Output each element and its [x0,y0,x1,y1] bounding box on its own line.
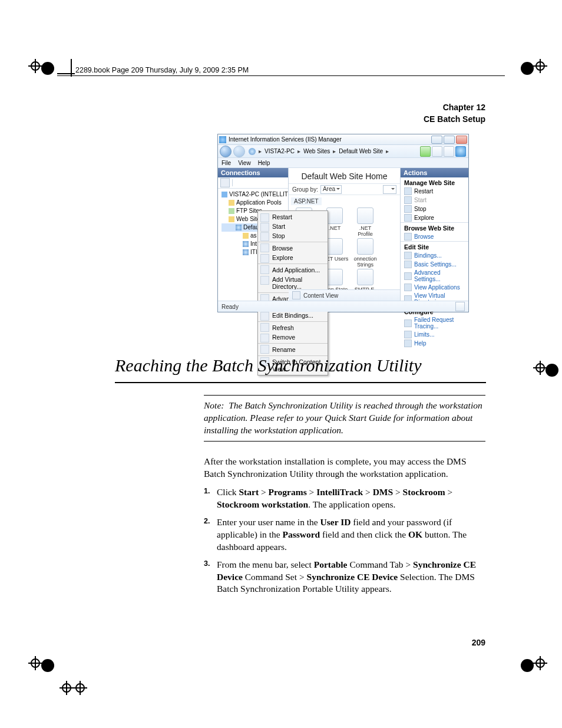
content-view-tab[interactable]: Content View [289,289,400,301]
help-icon[interactable] [455,146,466,157]
breadcrumb[interactable]: ▸ VISTA2-PC▸ Web Sites▸ Default Web Site… [249,148,389,155]
feature-icon [357,207,373,224]
context-menu-item[interactable]: Rename [258,343,328,354]
context-menu-item[interactable]: Browse [258,242,328,253]
feature-icon [357,238,373,255]
context-menu-item[interactable]: Add Virtual Directory... [258,275,328,291]
toolbar-icon[interactable] [432,146,442,157]
content-view-icon [292,291,300,299]
actions-item[interactable]: Failed Request Tracing... [401,316,468,330]
feature-title: Default Web Site Home [289,168,400,183]
group-by-dropdown[interactable]: Area [320,185,342,194]
actions-item[interactable]: Start [401,196,468,205]
menu-bar: File View Help [218,158,468,168]
menu-item-icon [260,254,269,263]
actions-item[interactable]: Explore [401,213,468,222]
menu-item-icon [260,265,269,274]
crop-mark [28,656,42,670]
chapter-title: CE Batch Setup [424,114,485,126]
crop-dot [41,62,54,75]
actions-item[interactable]: Basic Settings... [401,260,468,269]
action-icon [404,205,412,213]
crop-rule [57,75,505,76]
action-icon [404,187,412,195]
window-titlebar: Internet Information Services (IIS) Mana… [218,134,468,145]
breadcrumb-item[interactable]: Web Sites [303,148,330,154]
connections-header: Connections [218,168,288,177]
context-menu-item[interactable]: Stop [258,231,328,241]
crop-dot [521,659,534,672]
action-icon [404,261,412,268]
crop-dot [41,659,54,672]
page-number: 209 [472,638,485,647]
nav-bar: ▸ VISTA2-PC▸ Web Sites▸ Default Web Site… [218,145,468,158]
note-rule-top [204,395,485,396]
context-menu-item[interactable]: Add Application... [258,263,328,275]
iis-screenshot: Internet Information Services (IIS) Mana… [217,134,469,312]
context-menu-item[interactable]: Refresh [258,321,328,332]
tree-server[interactable]: VISTA2-PC (INTELLITRACKDV [222,190,286,199]
list-number: 1. [204,487,210,495]
context-menu-item[interactable]: Remove [258,332,328,342]
window-title: Internet Information Services (IIS) Mana… [226,136,430,143]
book-header: 2289.book Page 209 Thursday, July 9, 200… [75,66,249,74]
actions-item[interactable]: Browse [401,232,468,241]
context-menu-item[interactable]: Explore [258,253,328,262]
breadcrumb-item[interactable]: VISTA2-PC [265,148,295,154]
list-item: 1. Click Start > Programs > IntelliTrack… [204,486,485,511]
forward-button[interactable] [233,146,245,157]
actions-pane: Actions Manage Web SiteRestartStartStopE… [400,168,468,302]
maximize-button[interactable] [444,136,455,144]
list-item: 2. Enter your user name in the User ID f… [204,516,485,554]
connections-toolbar [218,177,288,189]
note-block: Note: The Batch Synchronization Utility … [204,400,485,437]
list-item: 3. From the menu bar, select Portable Co… [204,559,485,596]
menu-help[interactable]: Help [258,160,270,166]
feature-icon [326,269,343,285]
actions-item[interactable]: Bindings... [401,251,468,260]
crop-mark [28,59,42,73]
category-label: ASP.NET [291,197,322,205]
actions-item[interactable]: Restart [401,187,468,196]
actions-item[interactable]: Stop [401,205,468,213]
action-icon [404,331,412,338]
actions-item[interactable]: Limits... [401,330,468,339]
view-mode-dropdown[interactable] [383,185,396,194]
note-label: Note: [204,400,224,410]
context-menu-item[interactable]: Restart [258,212,328,222]
close-button[interactable] [456,136,467,144]
menu-view[interactable]: View [238,160,251,166]
connect-icon[interactable] [220,178,230,187]
menu-file[interactable]: File [222,160,231,166]
actions-body: Manage Web SiteRestartStartStopExploreBr… [401,177,468,348]
menu-item-icon [260,243,269,252]
toolbar-icon[interactable] [444,146,454,157]
chapter-header: Chapter 12 CE Batch Setup [424,102,485,125]
crop-mark [533,59,547,73]
minimize-button[interactable] [431,136,442,144]
list-number: 2. [204,517,210,525]
heading-rule [115,382,486,383]
refresh-icon[interactable] [420,146,431,157]
status-bar: Ready [218,301,468,312]
breadcrumb-item[interactable]: Default Web Site [339,148,383,154]
actions-group-title: Edit Site [401,241,468,251]
note-rule-bottom [204,441,485,442]
actions-item[interactable]: Advanced Settings... [401,269,468,283]
menu-item-icon [260,312,269,321]
content-view-label: Content View [303,292,338,299]
context-menu-item[interactable]: Edit Bindings... [258,311,328,320]
feature-item[interactable]: onnection Strings [351,238,379,268]
back-button[interactable] [220,146,232,157]
context-menu-item[interactable]: Start [258,222,328,231]
feature-item[interactable]: .NET Profile [351,207,379,237]
steps-list: 1. Click Start > Programs > IntelliTrack… [204,486,485,601]
crop-bar [57,73,75,74]
actions-item[interactable]: Help [401,339,468,348]
actions-item[interactable]: View Applications [401,283,468,292]
tree-item[interactable]: Application Pools [222,199,286,207]
action-icon [404,196,412,204]
group-by-row: Group by: Area [289,183,400,195]
menu-item-icon [260,323,269,332]
feature-icon [326,207,343,224]
